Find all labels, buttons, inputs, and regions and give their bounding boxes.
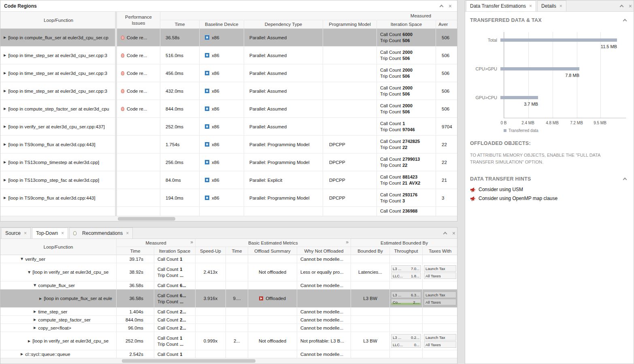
top-down-row[interactable]: ▶cl::sycl::queue::queue 2.542s Call Coun…	[0, 350, 457, 358]
col-programming-model[interactable]: Programming Model	[323, 20, 377, 28]
horizontal-scrollbar[interactable]	[0, 358, 457, 364]
close-tab-icon[interactable]: ×	[61, 230, 64, 236]
close-tab-icon[interactable]: ×	[24, 230, 27, 236]
col-baseline-device[interactable]: Baseline Device	[200, 20, 244, 28]
col-time[interactable]: Time	[160, 20, 200, 28]
col-loop-function[interactable]: Loop/Function	[0, 239, 117, 255]
collapse-section-icon[interactable]	[623, 178, 627, 182]
scrollbar-thumb[interactable]	[118, 217, 175, 221]
megaphone-icon	[470, 196, 475, 201]
code-region-row[interactable]: ▶[loop in time_step_ser at euler3d_cpu_s…	[0, 64, 457, 82]
tree-expand-icon[interactable]: ▶	[4, 143, 6, 146]
hint-item[interactable]: Consider using OpenMP map clause	[470, 196, 629, 201]
tree-expand-icon[interactable]: ▶	[4, 107, 6, 111]
column-splitter[interactable]	[115, 12, 117, 216]
tab-recommendations[interactable]: Recommendations ×	[69, 228, 133, 238]
code-region-row[interactable]: ▶[loop in time_step_ser at euler3d_cpu_s…	[0, 47, 457, 64]
col-throughput[interactable]: Throughput	[390, 247, 423, 255]
tree-expand-icon[interactable]: ▶	[4, 178, 6, 182]
code-region-row[interactable]: Call Count236988	[0, 207, 457, 216]
col-performance-issues[interactable]: Performance Issues	[117, 12, 160, 28]
code-region-row[interactable]: ▶[loop in compute_flux_ser at euler3d_cp…	[0, 29, 457, 47]
col-why-not-offloaded[interactable]: Why Not Offloaded	[297, 247, 351, 255]
top-down-row[interactable]: ▶[loop in compute_flux_ser at eule 36.58…	[0, 289, 457, 308]
tree-expand-icon[interactable]: ▶	[21, 352, 23, 356]
collapse-section-icon[interactable]	[623, 19, 627, 23]
tree-collapse-icon[interactable]: ▼	[21, 257, 23, 261]
top-down-row[interactable]: ▶time_step_ser 1.404s Call Count2... Can…	[0, 308, 457, 316]
col-taxes[interactable]: Taxes With	[423, 247, 457, 255]
top-down-row[interactable]: ▼verify_ser 39.17s Call Count1 Cannot be…	[0, 255, 457, 263]
col-iteration-space[interactable]: Iteration Space	[154, 247, 196, 255]
tab-top-down[interactable]: Top-Down ×	[32, 228, 68, 238]
expand-columns-icon[interactable]: »	[190, 239, 193, 245]
code-region-row[interactable]: ▶[loop in verify_ser at euler3d_cpu_ser.…	[0, 118, 457, 136]
tree-expand-icon[interactable]: ▶	[4, 89, 6, 93]
tree-expand-icon[interactable]: ▶	[4, 196, 6, 200]
close-tab-icon[interactable]: ×	[560, 3, 562, 9]
tree-expand-icon[interactable]: ▶	[34, 326, 36, 330]
tree-expand-icon[interactable]: ▶	[4, 160, 6, 164]
code-region-row[interactable]: ▶[loop in TS9comp_flux at euler3d.cpp:44…	[0, 189, 457, 207]
tab-data-transfer-estimations[interactable]: Data Transfer Estimations ×	[466, 0, 536, 11]
close-panel-icon[interactable]: ×	[449, 3, 452, 9]
close-tab-icon[interactable]: ×	[529, 3, 532, 9]
horizontal-scrollbar[interactable]	[0, 216, 457, 221]
col-iteration-space[interactable]: Iteration Space	[377, 20, 436, 28]
top-down-row[interactable]: ▶[loop in verify_ser at euler3d_cpu_se 2…	[0, 332, 457, 350]
code-region-row[interactable]: ▶[loop in TS9comp_flux at euler3d.cpp:44…	[0, 136, 457, 153]
code-region-row[interactable]: ▶[loop in time_step_ser at euler3d_cpu_s…	[0, 82, 457, 100]
tree-expand-icon[interactable]: ▶	[39, 297, 42, 300]
scrollbar-thumb[interactable]	[122, 359, 255, 363]
top-down-row[interactable]: ▶compute_step_factor_ser 844.0ms Call Co…	[0, 316, 457, 324]
tree-expand-icon[interactable]: ▶	[28, 339, 30, 343]
col-speed-up[interactable]: Speed-Up	[196, 247, 226, 255]
collapse-panel-icon[interactable]	[620, 3, 623, 9]
column-group-basic-estimated-metrics: Basic Estimated Metrics »	[196, 239, 351, 247]
x86-device-icon	[205, 142, 209, 147]
right-tabbar: Data Transfer Estimations × Details × ×	[465, 0, 634, 12]
tree-collapse-icon[interactable]: ▼	[34, 283, 36, 287]
tab-source[interactable]: Source ×	[1, 228, 31, 238]
code-region-row[interactable]: ▶[loop in TS13comp_step_fac at euler3d.c…	[0, 171, 457, 189]
performance-issue-icon	[121, 36, 124, 40]
data-transfer-panel: Data Transfer Estimations × Details × × …	[465, 0, 634, 364]
tree-expand-icon[interactable]: ▶	[4, 36, 6, 39]
tree-expand-icon[interactable]: ▶	[34, 318, 36, 321]
x86-device-icon	[205, 35, 209, 40]
tree-expand-icon[interactable]: ▶	[4, 71, 6, 75]
tree-expand-icon[interactable]: ▶	[4, 53, 6, 57]
close-tab-icon[interactable]: ×	[126, 230, 129, 236]
col-time[interactable]: Time	[117, 247, 154, 255]
col-estimated-time[interactable]: Time	[226, 247, 248, 255]
col-offload-summary[interactable]: Offload Summary	[248, 247, 297, 255]
x86-device-icon	[205, 124, 209, 129]
bar-gpu-to-cpu[interactable]	[500, 96, 538, 99]
close-panel-icon[interactable]: ×	[629, 3, 632, 9]
chart-row-cpu-gpu: CPU>GPU 7.8 MB	[470, 61, 629, 89]
code-region-row[interactable]: ▶[loop in TS13comp_timestep at euler3d.c…	[0, 153, 457, 171]
bar-total[interactable]	[500, 38, 617, 42]
top-down-row[interactable]: ▼compute_flux_ser 36.58s Call Count6... …	[0, 281, 457, 289]
tax-metric: All Taxes	[424, 341, 456, 348]
bar-cpu-to-gpu[interactable]	[500, 67, 579, 70]
col-bounded-by[interactable]: Bounded By	[351, 247, 390, 255]
collapse-panel-icon[interactable]	[444, 230, 447, 236]
tab-details[interactable]: Details ×	[537, 0, 566, 11]
tree-collapse-icon[interactable]: ▼	[28, 270, 30, 274]
col-loop-function[interactable]: Loop/Function	[0, 12, 117, 28]
hint-item[interactable]: Consider using USM	[470, 187, 629, 192]
tree-expand-icon[interactable]: ▶	[34, 310, 36, 313]
close-panel-icon[interactable]: ×	[452, 230, 455, 236]
bar-value-label: 3.7 MB	[500, 102, 538, 106]
top-down-row[interactable]: ▶copy_ser<float> 96.0ms Call Count2... C…	[0, 324, 457, 332]
code-region-row[interactable]: ▶[loop in compute_step_factor_ser at eul…	[0, 100, 457, 118]
x86-device-icon	[205, 89, 209, 93]
collapse-panel-icon[interactable]	[440, 3, 443, 9]
col-dependency-type[interactable]: Dependency Type	[244, 20, 323, 28]
top-down-row[interactable]: ▼[loop in verify_ser at euler3d_cpu_se 3…	[0, 263, 457, 281]
tree-expand-icon[interactable]: ▶	[4, 125, 6, 128]
expand-columns-icon[interactable]: »	[346, 239, 349, 245]
performance-issue-icon	[121, 89, 124, 93]
col-average[interactable]: Aver	[436, 20, 457, 28]
